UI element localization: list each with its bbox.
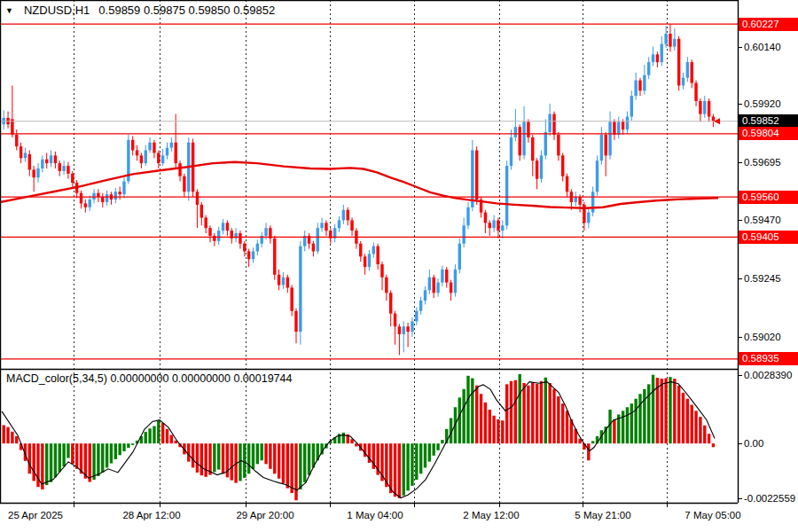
price-badge-0.58935[interactable]: 0.58935 [739,352,798,365]
candle-body [433,278,435,293]
candle-body [703,101,706,114]
price-badge-0.59852[interactable]: 0.59852 [739,114,798,128]
macd-bar [106,443,108,467]
macd-bar [294,443,297,500]
macd-bar [196,443,199,473]
candle-body [36,168,39,177]
time-axis-label: 28 Apr 12:00 [122,510,180,520]
time-axis-label: 29 Apr 20:00 [236,510,293,520]
candle-body [673,39,676,47]
macd-bar [613,419,615,443]
candle-body [566,176,568,192]
candle-body [347,210,349,221]
macd-bar [626,407,629,443]
candle-body [492,220,495,228]
macd-bar [497,419,499,443]
candle-body [669,34,671,47]
macd-bar [45,443,48,485]
macd-bar [682,393,685,443]
macd-bar [694,411,697,443]
macd-bar [561,403,564,443]
macd-bar [166,429,168,443]
candle-body [247,251,250,259]
level-lines [0,24,738,359]
candle-body [226,223,229,231]
candle-body [661,44,663,62]
candle-body [462,225,465,243]
macd-bar [652,375,654,443]
macd-bar [256,443,259,464]
candle-body [317,228,319,251]
candle-body [161,155,164,163]
macd-tick-label: -0.0022559 [744,493,795,504]
candle-body [652,54,654,62]
macd-bar [634,399,637,443]
candle-body [239,233,241,244]
candle-body [454,270,457,293]
candle-body [350,220,353,231]
candle-body [15,135,18,146]
candle-body [170,143,173,148]
macd-bar [97,443,99,476]
macd-histogram [3,374,716,500]
macd-bar [89,443,91,481]
macd-bar [71,443,74,464]
candle-body [243,244,246,252]
macd-bar [630,403,633,443]
price-tick-mark [738,47,742,48]
candle-body [638,81,641,91]
macd-bar [342,433,345,443]
candle-body [406,326,409,332]
price-badge-0.59560[interactable]: 0.59560 [739,191,798,204]
candle-body [527,121,529,137]
candle-body [634,81,637,97]
macd-bar [673,379,676,443]
macd-bar [231,443,233,480]
candle-body [380,264,383,278]
price-tick-label: 0.59020 [744,332,781,342]
price-badge-0.59405[interactable]: 0.59405 [739,231,798,244]
macd-bar [157,420,160,443]
macd-bar [222,443,224,473]
candle-body [320,223,323,228]
price-badge-0.59804[interactable]: 0.59804 [739,127,798,140]
macd-bar [433,443,435,456]
macd-bar [286,443,289,488]
macd-bar [264,443,267,464]
price-badge-0.60227[interactable]: 0.60227 [739,18,798,31]
candle-body [385,278,387,293]
candle-body [600,135,603,160]
macd-bar [187,443,190,461]
macd-bar [471,379,473,444]
macd-tick-mark [738,443,742,444]
candle-body [256,244,259,252]
macd-indicator-label: MACD_color(5,34,5) 0.00000000 0.00000000… [6,372,292,385]
candle-body [92,193,95,200]
candle-body [20,146,22,158]
symbol-dropdown-icon[interactable]: ▼ [5,6,13,15]
candle-body [200,205,203,218]
candle-body [411,321,413,332]
candle-body [222,223,224,231]
macd-tick-label: 0.0028390 [744,370,792,380]
macd-bar [66,443,69,458]
macd-bar [664,379,667,444]
candle-body [656,54,659,62]
macd-tick-mark [738,375,742,376]
chart-canvas[interactable] [0,0,798,532]
macd-bar [3,425,5,443]
macd-bar [243,443,246,478]
candle-body [376,246,379,264]
candle-body [312,244,315,252]
macd-bar [75,443,78,469]
time-axis-label: 2 May 12:00 [463,510,519,520]
candle-body [325,223,327,231]
chart-window: ▼NZDUSD,H10.59859 0.59875 0.59850 0.5985… [0,0,798,532]
chart-header: ▼NZDUSD,H10.59859 0.59875 0.59850 0.5985… [5,4,275,17]
macd-bar [213,443,215,472]
macd-bar [6,427,9,444]
candle-body [338,220,340,228]
macd-bar [406,443,409,490]
macd-bar [428,443,431,461]
candle-body [686,62,689,78]
